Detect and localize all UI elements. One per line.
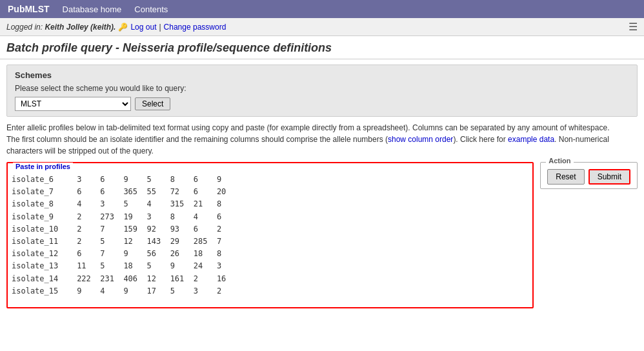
desc-line2-prefix: The first column should be an isolate id… — [6, 135, 388, 144]
example-data-link[interactable]: example data — [508, 135, 554, 144]
action-buttons: Reset Submit — [547, 169, 630, 185]
scheme-prompt: Please select the scheme you would like … — [15, 84, 629, 93]
main-content: Paste in profiles Action Reset Submit — [6, 162, 638, 308]
action-section-label: Action — [546, 157, 573, 165]
paste-section: Paste in profiles — [6, 162, 534, 308]
desc-line1: Enter allelic profiles below in tab-deli… — [6, 123, 609, 132]
reset-button[interactable]: Reset — [547, 169, 584, 185]
change-password-link[interactable]: Change password — [164, 23, 226, 32]
separator: | — [159, 23, 161, 32]
login-info: Logged in: Keith Jolley (keith). 🔑 Log o… — [6, 23, 226, 32]
top-nav: PubMLST Database home Contents — [0, 0, 644, 18]
action-section: Action Reset Submit — [540, 162, 638, 189]
scheme-controls: MLST Select — [15, 97, 629, 111]
submit-button[interactable]: Submit — [589, 169, 630, 185]
logout-link[interactable]: Log out — [130, 23, 156, 32]
description-text: Enter allelic profiles below in tab-deli… — [6, 122, 638, 157]
paste-textarea[interactable] — [8, 163, 532, 305]
desc-line2-middle: ). Click here for — [453, 135, 508, 144]
scheme-select[interactable]: MLST — [15, 97, 131, 111]
login-bar: Logged in: Keith Jolley (keith). 🔑 Log o… — [0, 18, 644, 36]
schemes-title: Schemes — [15, 70, 629, 80]
nav-database-home[interactable]: Database home — [63, 5, 122, 14]
login-icon: 🔑 — [118, 23, 128, 32]
nav-contents[interactable]: Contents — [134, 5, 168, 14]
login-prefix: Logged in: — [6, 23, 45, 32]
paste-section-label: Paste in profiles — [13, 163, 73, 170]
select-button[interactable]: Select — [135, 97, 170, 110]
show-column-order-link[interactable]: show column order — [388, 135, 453, 144]
brand-logo[interactable]: PubMLST — [8, 4, 50, 14]
schemes-section: Schemes Please select the scheme you wou… — [6, 65, 638, 117]
logged-in-label: Logged in: Keith Jolley (keith). — [6, 23, 116, 32]
page-title: Batch profile query - Neisseria profile/… — [6, 41, 332, 54]
menu-icon[interactable]: ☰ — [629, 21, 638, 33]
page-title-bar: Batch profile query - Neisseria profile/… — [0, 36, 644, 59]
username: Keith Jolley (keith). — [45, 23, 116, 32]
